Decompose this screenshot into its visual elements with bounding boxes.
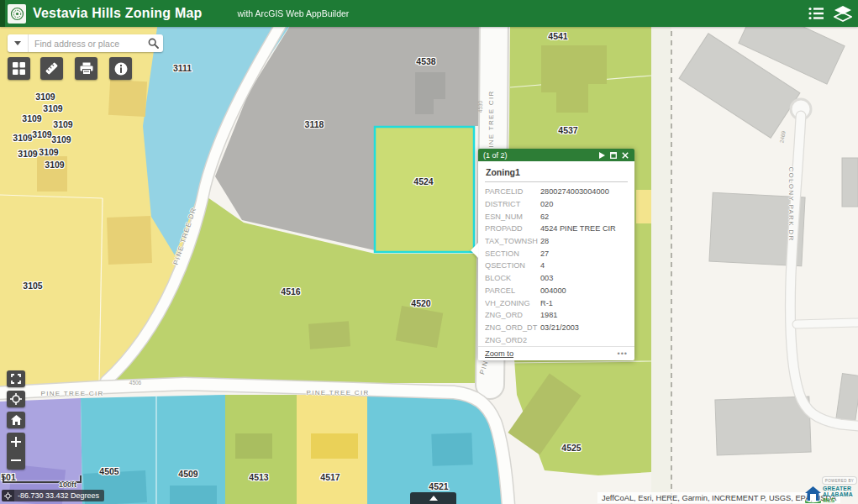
popup-footer: Zoom to ••• [478,346,634,360]
legend-icon [808,6,824,21]
close-icon [622,152,629,159]
parcel-label: 4517 [320,472,340,482]
parcel-label: 3111 [173,63,192,73]
attribute-row: TAX_TOWNSH28 [485,235,628,248]
popup-title: Zoning1 [485,165,628,182]
parcel-label: 3109 [35,92,55,102]
attribute-row: ZNG_ORD2 [485,333,628,346]
parcel-label: 4538 [416,56,435,66]
basemap-gallery-button[interactable] [8,57,30,80]
layers-icon [834,5,852,22]
parcel-label: 3109 [43,103,62,113]
parcel-label: 3109 [32,129,51,139]
parcel-label: 4516 [281,286,300,297]
attribute-row: QSECTION4 [485,260,628,272]
attribute-row: DISTRICT020 [485,198,628,211]
attribute-row: PROPADD4524 PINE TREE CIR [485,223,628,235]
mls-text-line2: ALABAMA [823,491,853,497]
mls-house-icon [805,486,821,503]
parcel-label: 4524 [413,176,433,186]
parcel-label: 4541 [548,31,567,41]
fullscreen-button[interactable] [7,370,25,387]
parcel-label: 3109 [13,133,32,143]
parcel-label: 4520 [411,298,430,308]
popup-next-button[interactable] [596,150,608,160]
city-seal-logo [8,4,26,24]
info-button[interactable] [109,57,132,80]
parcel-label: 3109 [18,149,37,159]
street-label: COLONY PARK DR [787,166,795,241]
home-button[interactable] [7,412,25,428]
my-location-button[interactable] [7,391,25,407]
info-icon [114,62,128,76]
header-edge-strip [0,0,5,27]
search-source-dropdown[interactable] [8,34,29,52]
popup-maximize-button[interactable] [608,150,619,160]
attribute-row: ESN_NUM62 [485,210,628,223]
scale-label: 100ft [59,480,76,489]
popup-header: (1 of 2) [478,149,634,161]
maximize-icon [610,152,617,159]
parcel-label: 4509 [178,469,197,479]
popup-pointer [471,243,478,258]
next-arrow-icon [599,152,605,159]
app-header: Vestavia Hills Zoning Map with ArcGIS We… [0,0,858,27]
attribute-row: VH_ZONINGR-1 [485,297,628,309]
printer-icon [80,62,93,75]
attribute-row: PARCEL004000 [485,285,628,297]
parcel-label: 4505 [99,466,118,476]
grid-icon [13,62,25,75]
ruler-icon [45,61,59,76]
address-label: 4530 [477,101,483,113]
parcel-label: 3105 [23,281,42,291]
attribute-row: PARCELID2800274003004000 [485,186,628,198]
legend-button[interactable] [806,3,826,24]
capture-coordinates-button[interactable] [2,490,14,501]
zoom-control [7,433,25,470]
locate-icon [10,393,22,405]
page-subtitle: with ArcGIS Web AppBuilder [238,8,350,18]
parcel-label: 4537 [558,125,577,135]
attribute-row: BLOCK003 [485,272,628,285]
coordinates-readout: -86.730 33.432 Degrees [14,491,104,500]
attribute-list: PARCELID2800274003004000 DISTRICT020 ESN… [485,182,628,346]
fullscreen-icon [11,374,21,384]
attribute-row: ZNG_ORD_DT03/21/2003 [485,322,628,334]
street-label: PINE TREE CIR [41,390,104,397]
print-button[interactable] [75,57,97,80]
measurement-button[interactable] [40,57,63,80]
mls-text-line1: GREATER [823,486,853,491]
attribute-row: ZNG_ORD1981 [485,309,628,322]
boundary-strip [651,22,671,504]
map-attribution: JeffCoAL, Esri, HERE, Garmin, INCREMENT … [597,492,840,503]
selected-parcel-highlight[interactable] [375,127,474,252]
greater-alabama-mls-logo[interactable]: POWERED BY GREATER ALABAMA MLS [805,481,857,503]
parcel-label: 3118 [305,119,324,129]
layers-button[interactable] [833,3,853,24]
mls-text-line3: MLS [823,497,853,503]
feature-popup: (1 of 2) Zoning1 PARCELID280027400300400… [478,149,634,360]
street-label: PINE TREE CIR [307,389,370,396]
chevron-down-icon [14,41,21,45]
parcel-label: 3109 [53,119,72,129]
address-label: 4506 [129,380,141,386]
search-button[interactable] [143,38,163,49]
search-input[interactable] [29,39,143,49]
search-icon [148,38,159,49]
more-options-button[interactable]: ••• [618,349,628,358]
attribute-table-toggle[interactable] [410,492,456,504]
home-icon [11,415,22,425]
zoom-in-button[interactable] [7,433,25,451]
parcel-label: 3109 [39,147,58,157]
parcel-label: 3109 [51,134,71,144]
zoom-to-link[interactable]: Zoom to [485,349,513,358]
street-label: PINE TREE CIR [487,91,495,154]
popup-pager: (1 of 2) [483,151,508,160]
zoom-out-button[interactable] [7,451,25,470]
parcel-label: 4521 [429,481,448,491]
popup-close-button[interactable] [619,150,631,160]
chevron-up-icon [429,496,438,501]
attribute-row: SECTION27 [485,247,628,260]
city-seal-icon [10,7,24,21]
powered-by-badge: POWERED BY [822,476,857,485]
